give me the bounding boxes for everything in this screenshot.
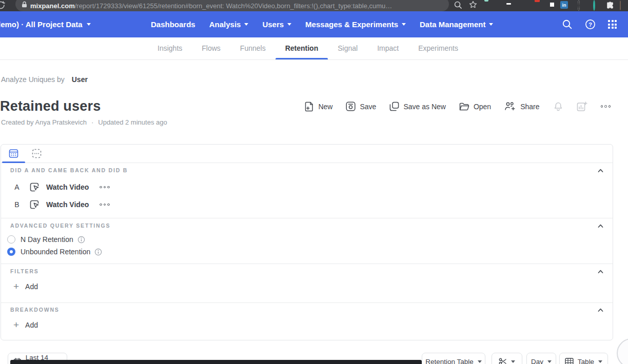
tab-funnels[interactable]: Funnels bbox=[230, 37, 276, 59]
step-key: A bbox=[13, 183, 21, 191]
chevron-down-icon bbox=[489, 23, 493, 26]
bookmark-star-icon[interactable] bbox=[469, 1, 477, 11]
report-tab-bar: Insights Flows Funnels Retention Signal … bbox=[0, 37, 628, 60]
browser-avatar[interactable] bbox=[620, 1, 621, 10]
filters-section-header: FILTERS bbox=[10, 268, 39, 274]
folder-icon bbox=[459, 102, 469, 111]
event-selector[interactable]: Watch Video bbox=[46, 200, 89, 209]
info-icon[interactable] bbox=[77, 236, 85, 244]
query-builder-card: DID A AND CAME BACK AND DID B A Watch Vi… bbox=[1, 144, 613, 340]
page-title: Retained users bbox=[0, 98, 101, 114]
add-breakdown-button[interactable]: + Add bbox=[13, 320, 38, 330]
add-to-board-icon[interactable] bbox=[577, 102, 587, 112]
chevron-down-icon bbox=[87, 23, 91, 26]
section-divider bbox=[1, 264, 613, 264]
app-navbar: demo) · All Project Data Dashboards Anal… bbox=[0, 11, 628, 37]
chart-type-dropdown[interactable]: Retention Table bbox=[422, 353, 485, 364]
nav-item-dashboards[interactable]: Dashboards bbox=[151, 20, 195, 29]
project-label: demo) · All Project Data bbox=[0, 20, 83, 29]
nav-items: Dashboards Analysis Users Messages & Exp… bbox=[151, 11, 493, 37]
chevron-down-icon bbox=[478, 360, 482, 363]
collapse-behavior-icon[interactable] bbox=[597, 167, 604, 174]
collapse-advanced-icon[interactable] bbox=[597, 223, 604, 230]
event-menu-icon[interactable] bbox=[100, 186, 110, 189]
people-plus-icon bbox=[504, 102, 516, 111]
extension-icon-6[interactable] bbox=[593, 1, 595, 10]
section-divider bbox=[1, 302, 613, 303]
extensions-puzzle-icon[interactable] bbox=[606, 1, 614, 11]
browser-toolbar: mixpanel.com/report/1729333/view/61255/r… bbox=[0, 0, 628, 11]
tab-retention[interactable]: Retention bbox=[276, 37, 328, 59]
extension-icon-linkedin[interactable]: in bbox=[560, 1, 568, 9]
plus-icon: + bbox=[13, 281, 19, 291]
chevron-down-icon bbox=[547, 360, 552, 363]
copy-icon bbox=[389, 102, 399, 111]
query-tab-builder[interactable] bbox=[2, 145, 25, 163]
chevron-down-icon bbox=[402, 23, 406, 26]
tab-signal[interactable]: Signal bbox=[328, 37, 367, 59]
save-button[interactable]: Save bbox=[346, 102, 376, 111]
trim-dropdown[interactable] bbox=[492, 353, 522, 364]
behavior-section-header: DID A AND CAME BACK AND DID B bbox=[10, 167, 128, 173]
extension-icon-5[interactable] bbox=[578, 1, 580, 10]
updated-at: Updated 2 minutes ago bbox=[98, 118, 167, 126]
event-row-a: A Watch Video bbox=[1, 180, 110, 194]
radio-on-icon[interactable] bbox=[7, 248, 15, 256]
nav-item-messages-experiments[interactable]: Messages & Experiments bbox=[305, 20, 406, 29]
url-path: /report/1729333/view/61255/retention#bor… bbox=[75, 2, 392, 10]
report-meta: Created by Anya Pratskevich · Updated 2 … bbox=[1, 118, 167, 126]
help-bubble[interactable] bbox=[617, 338, 628, 364]
advanced-section-header: ADVANCED QUERY SETTINGS bbox=[10, 223, 110, 229]
open-button[interactable]: Open bbox=[459, 102, 491, 111]
share-button[interactable]: Share bbox=[504, 102, 539, 111]
nav-item-data-management[interactable]: Data Management bbox=[420, 20, 493, 29]
url-bar[interactable]: mixpanel.com/report/1729333/view/61255/r… bbox=[15, 0, 449, 11]
new-button[interactable]: New bbox=[305, 102, 332, 112]
nav-item-analysis[interactable]: Analysis bbox=[209, 20, 249, 29]
chevron-down-icon bbox=[511, 360, 515, 363]
meta-separator: · bbox=[91, 118, 93, 126]
collapse-filters-icon[interactable] bbox=[597, 268, 604, 275]
add-filter-button[interactable]: + Add bbox=[13, 281, 38, 291]
chevron-down-icon bbox=[244, 23, 248, 26]
calendar-dots-icon bbox=[9, 149, 18, 158]
analyze-row: Analyze Uniques by User bbox=[1, 75, 88, 84]
tab-insights[interactable]: Insights bbox=[148, 37, 192, 59]
search-icon[interactable] bbox=[562, 19, 573, 30]
granularity-dropdown[interactable]: Day bbox=[526, 353, 556, 364]
radio-unbounded-retention[interactable]: Unbounded Retention bbox=[7, 248, 102, 256]
save-icon bbox=[346, 102, 356, 111]
svg-text:?: ? bbox=[588, 22, 592, 28]
search-icon[interactable] bbox=[454, 1, 462, 11]
radio-off-icon[interactable] bbox=[7, 235, 15, 244]
plus-icon: + bbox=[13, 320, 19, 330]
radio-n-day-retention[interactable]: N Day Retention bbox=[7, 235, 85, 244]
analyze-entity-selector[interactable]: User bbox=[72, 75, 88, 84]
section-divider bbox=[1, 218, 613, 218]
save-as-new-button[interactable]: Save as New bbox=[389, 102, 445, 111]
event-menu-icon[interactable] bbox=[100, 204, 110, 206]
info-icon[interactable] bbox=[94, 248, 102, 256]
query-card-tabs bbox=[1, 145, 613, 163]
more-options-icon[interactable] bbox=[601, 105, 611, 108]
chevron-down-icon bbox=[598, 360, 602, 363]
help-icon[interactable]: ? bbox=[585, 19, 596, 30]
collapse-breakdowns-icon[interactable] bbox=[597, 307, 604, 314]
mixpanel-retention-page: mixpanel.com/report/1729333/view/61255/r… bbox=[0, 0, 628, 364]
created-by: Created by Anya Pratskevich bbox=[1, 118, 87, 126]
tab-flows[interactable]: Flows bbox=[192, 37, 230, 59]
nav-item-users[interactable]: Users bbox=[262, 20, 291, 29]
view-dropdown[interactable]: Table bbox=[559, 353, 608, 364]
breakdowns-section-header: BREAKDOWNS bbox=[10, 307, 60, 313]
reload-icon[interactable] bbox=[0, 1, 6, 12]
alerts-bell-icon[interactable] bbox=[553, 102, 563, 112]
project-selector[interactable]: demo) · All Project Data bbox=[0, 11, 91, 37]
table-grid-icon bbox=[565, 358, 574, 364]
apps-grid-icon[interactable] bbox=[608, 20, 617, 29]
event-selector[interactable]: Watch Video bbox=[46, 183, 89, 191]
url-domain: mixpanel.com bbox=[30, 2, 75, 10]
query-tab-custom[interactable] bbox=[25, 145, 48, 163]
lock-icon bbox=[22, 1, 27, 10]
tab-experiments[interactable]: Experiments bbox=[408, 37, 468, 59]
tab-impact[interactable]: Impact bbox=[367, 37, 408, 59]
